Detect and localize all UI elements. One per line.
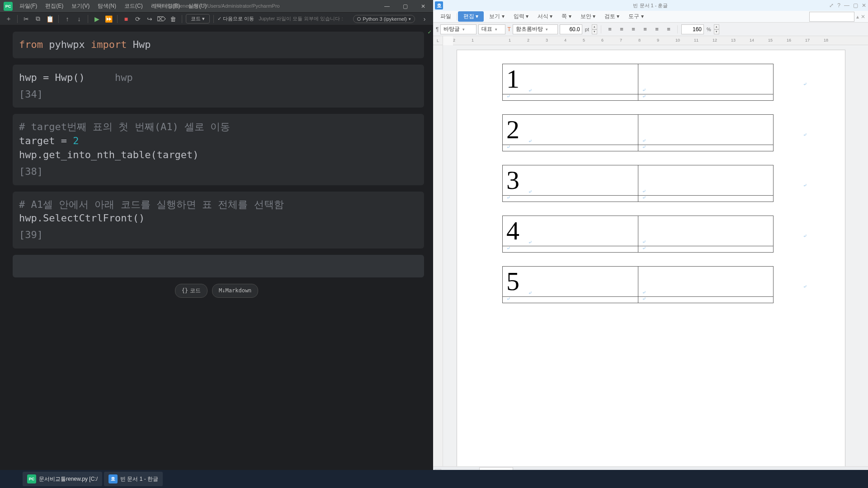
hwp-menu-item[interactable]: 쪽 ▾ [557, 13, 576, 20]
table-cell[interactable]: ⤶ [503, 94, 638, 101]
pycharm-menu-item[interactable]: 편집(E) [41, 2, 67, 10]
line-spacing-input[interactable] [681, 24, 704, 34]
vertical-ruler[interactable] [433, 45, 443, 466]
hwp-close-button[interactable]: ✕ [862, 2, 866, 9]
more-icon[interactable]: › [420, 14, 429, 24]
document-table[interactable]: 3⤶⤶⤶⤶ [502, 165, 774, 202]
kernel-selector[interactable]: Python 3 (ipykernel) ▾ [353, 15, 415, 23]
hwp-maximize-button[interactable]: ▢ [853, 2, 858, 9]
restart-icon[interactable]: ⟳ [133, 14, 143, 24]
minimize-button[interactable]: — [378, 0, 396, 13]
run-cell-icon[interactable]: ▶ [92, 14, 102, 24]
move-down-icon[interactable]: ↓ [74, 14, 84, 24]
autojump-checkbox[interactable]: ✓ 다음으로 이동 [217, 15, 254, 22]
hwp-menu-item[interactable]: 보기 ▾ [485, 13, 509, 20]
table-cell[interactable]: ⤶ [638, 64, 774, 94]
stop-icon[interactable]: ■ [121, 14, 131, 24]
code-line[interactable]: from pyhwpx import Hwp [19, 38, 418, 52]
hwp-menu-item[interactable]: 보안 ▾ [576, 13, 600, 20]
pycharm-menu-item[interactable]: 코드(C) [120, 2, 147, 10]
taskbar-hwp[interactable]: 호 빈 문서 1 - 한글 [104, 472, 163, 486]
hwp-menu-item[interactable]: 서식 ▾ [533, 13, 557, 20]
expand-icon[interactable]: ⤢ [829, 2, 834, 9]
document-table[interactable]: 2⤶⤶⤶⤶ [502, 114, 774, 151]
table-cell[interactable]: ⤶ [638, 267, 774, 297]
table-cell[interactable]: 4⤶ [503, 216, 638, 246]
table-cell[interactable]: ⤶ [503, 246, 638, 253]
clear-icon[interactable]: ⌦ [156, 14, 166, 24]
add-code-button[interactable]: {} 코드 [175, 284, 208, 298]
align-right-icon[interactable]: ≡ [628, 24, 638, 34]
align-center-icon[interactable]: ≡ [617, 24, 627, 34]
hwp-minimize-button[interactable]: — [844, 2, 849, 9]
font-size-input[interactable] [560, 24, 582, 34]
pycharm-menu-item[interactable]: 보기(V) [67, 2, 94, 10]
align-justify-icon[interactable]: ≡ [640, 24, 650, 34]
lang-combo[interactable]: 대표▾ [478, 24, 505, 34]
document-page[interactable]: 1⤶⤶⤶⤶⤶2⤶⤶⤶⤶⤶3⤶⤶⤶⤶⤶4⤶⤶⤶⤶⤶5⤶⤶⤶⤶⤶ [457, 50, 845, 466]
step-icon[interactable]: ↪ [145, 14, 155, 24]
hwp-menu-edit[interactable]: 편집 ▾ [458, 11, 484, 22]
table-cell[interactable]: 5⤶ [503, 267, 638, 297]
spacing-up[interactable]: ▴ [714, 24, 719, 29]
code-cell[interactable] [13, 255, 424, 277]
run-all-icon[interactable]: ⏩ [104, 14, 113, 24]
spacing-down[interactable]: ▾ [714, 29, 719, 34]
close-button[interactable]: ✕ [414, 0, 432, 13]
align-left-icon[interactable]: ≡ [605, 24, 615, 34]
pycharm-menu-item[interactable]: 파일(F) [15, 2, 41, 10]
taskbar-pycharm[interactable]: PC 문서비교툴renew.py [C:/ [23, 472, 102, 486]
hwp-menu-item[interactable]: 검토 ▾ [600, 13, 624, 20]
table-cell[interactable]: 3⤶ [503, 165, 638, 196]
style-combo[interactable]: 바탕글▾ [440, 24, 476, 34]
code-line[interactable]: target = 2 [19, 134, 418, 148]
align-dist-icon[interactable]: ≡ [652, 24, 662, 34]
table-cell[interactable]: ⤶ [638, 216, 774, 246]
search-input[interactable] [809, 12, 854, 22]
code-cell[interactable]: from pyhwpx import Hwp [13, 32, 424, 58]
font-size-up[interactable]: ▴ [592, 24, 597, 29]
code-cell[interactable]: # A1셀 안에서 아래 코드를 실행하면 표 전체를 선택함hwp.Selec… [13, 192, 424, 249]
add-markdown-button[interactable]: M↓Markdown [212, 284, 258, 298]
gutter-run-icon[interactable]: ✓ [428, 28, 431, 36]
maximize-button[interactable]: ▢ [396, 0, 414, 13]
cell-type-dropdown[interactable]: 코드 ▾ [186, 14, 210, 23]
table-cell[interactable]: ⤶ [503, 196, 638, 202]
table-cell[interactable]: ⤶ [638, 145, 774, 151]
font-size-down[interactable]: ▾ [592, 29, 597, 34]
add-cell-icon[interactable]: ＋ [4, 14, 14, 24]
horizontal-ruler[interactable]: 21123456789101112131415161718 [453, 36, 868, 45]
table-cell[interactable]: ⤶ [638, 115, 774, 145]
code-line[interactable]: hwp.get_into_nth_table(target) [19, 148, 418, 162]
code-line[interactable]: hwp = Hwp() hwp [19, 71, 418, 85]
move-up-icon[interactable]: ↑ [62, 14, 72, 24]
code-cell[interactable]: # target번째 표의 첫 번째(A1) 셀로 이동target = 2hw… [13, 114, 424, 185]
search-collapse-icon[interactable]: ▴ [856, 14, 859, 20]
pycharm-menu-item[interactable]: 탐색(N) [94, 2, 120, 10]
code-line[interactable]: # target번째 표의 첫 번째(A1) 셀로 이동 [19, 120, 418, 134]
align-dist2-icon[interactable]: ≡ [664, 24, 674, 34]
table-cell[interactable]: ⤶ [638, 196, 774, 202]
start-button[interactable] [3, 472, 21, 486]
table-cell[interactable]: 2⤶ [503, 115, 638, 145]
paste-icon[interactable]: 📋 [45, 14, 55, 24]
cut-icon[interactable]: ✂ [21, 14, 31, 24]
code-line[interactable]: # A1셀 안에서 아래 코드를 실행하면 표 전체를 선택함 [19, 198, 418, 212]
help-icon[interactable]: ? [837, 2, 840, 9]
copy-icon[interactable]: ⧉ [33, 14, 43, 24]
hwp-menu-item[interactable]: 도구 ▾ [624, 13, 648, 20]
hwp-menu-item[interactable]: 입력 ▾ [509, 13, 533, 20]
font-combo[interactable]: 함초롬바탕▾ [513, 24, 558, 34]
hwp-menu-file[interactable]: 파일 [436, 13, 456, 20]
table-cell[interactable]: 1⤶ [503, 64, 638, 94]
document-table[interactable]: 5⤶⤶⤶⤶ [502, 266, 774, 303]
table-cell[interactable]: ⤶ [638, 165, 774, 196]
code-cell[interactable]: hwp = Hwp() hwp[34] [13, 65, 424, 108]
table-cell[interactable]: ⤶ [503, 297, 638, 303]
close-search-icon[interactable]: ✕ [861, 14, 865, 20]
document-table[interactable]: 1⤶⤶⤶⤶ [502, 64, 774, 101]
delete-icon[interactable]: 🗑 [168, 14, 178, 24]
table-cell[interactable]: ⤶ [638, 297, 774, 303]
code-line[interactable]: hwp.SelectCtrlFront() [19, 211, 418, 225]
table-cell[interactable]: ⤶ [638, 246, 774, 253]
